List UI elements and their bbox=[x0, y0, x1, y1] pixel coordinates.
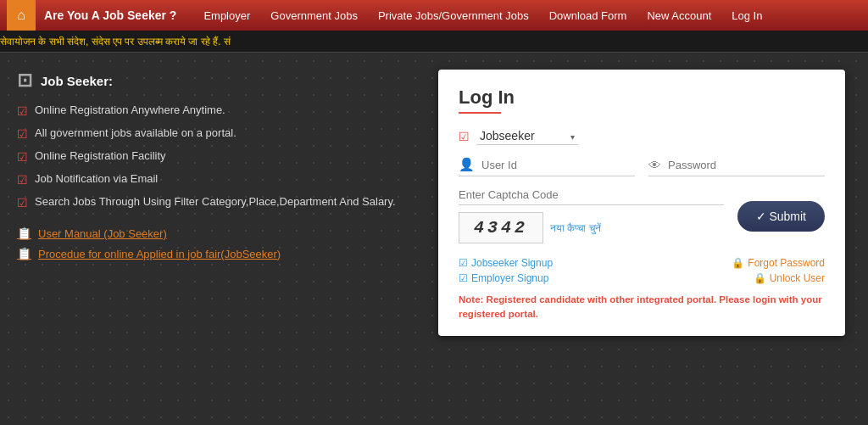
captcha-display: 4342 bbox=[459, 212, 543, 243]
jobseeker-signup-link[interactable]: ☑ Jobseeker Signup bbox=[459, 257, 553, 269]
password-input[interactable] bbox=[668, 159, 825, 171]
nav-new-account[interactable]: New Account bbox=[647, 9, 711, 22]
employer-signup-label: Employer Signup bbox=[471, 272, 548, 284]
nav-tagline: Are You A Job Seeker ? bbox=[44, 8, 176, 22]
job-seeker-header: ⊡ Job Seeker: bbox=[17, 70, 415, 92]
nav-download-form[interactable]: Download Form bbox=[549, 9, 627, 22]
forgot-password-link[interactable]: 🔒 Forgot Password bbox=[732, 257, 825, 269]
login-underline bbox=[459, 112, 501, 114]
job-seeker-label: Job Seeker: bbox=[41, 74, 113, 88]
check-icon-5: ☑ bbox=[17, 196, 28, 210]
feature-text-3: Online Registration Facility bbox=[35, 149, 166, 162]
check-icon-1: ☑ bbox=[17, 104, 28, 118]
unlock-user-label: Unlock User bbox=[770, 272, 825, 284]
marquee-bar: सेवायोजन के सभी संदेश, संदेस एप पर उपलब्… bbox=[0, 31, 868, 53]
job-fair-label: Procedue for online Applied in job fair(… bbox=[38, 248, 281, 260]
main-content: ⊡ Job Seeker: ☑ Online Registration Anyw… bbox=[0, 53, 868, 425]
feature-text-1: Online Registration Anywhere Anytime. bbox=[35, 103, 225, 116]
bottom-right: 🔒 Forgot Password 🔒 Unlock User bbox=[732, 257, 825, 284]
nav-log-in[interactable]: Log In bbox=[732, 9, 762, 22]
submit-button[interactable]: ✓ Submit bbox=[737, 201, 825, 232]
feature-text-5: Search Jobs Through Using Filter Categor… bbox=[35, 195, 396, 208]
bottom-left: ☑ Jobseeker Signup ☑ Employer Signup bbox=[459, 257, 553, 284]
captcha-left: 4342 नया कैप्चा चुनें bbox=[459, 188, 724, 243]
refresh-captcha-link[interactable]: नया कैप्चा चुनें bbox=[550, 222, 601, 234]
note-text: Note: Registered candidate with other in… bbox=[459, 293, 825, 322]
feature-item-4: ☑ Job Notification via Email bbox=[17, 172, 415, 187]
job-seeker-icon: ⊡ bbox=[17, 70, 32, 92]
userid-field-wrap: 👤 bbox=[459, 157, 635, 176]
marquee-text: सेवायोजन के सभी संदेश, संदेस एप पर उपलब्… bbox=[0, 36, 231, 48]
captcha-input-wrap bbox=[459, 188, 724, 205]
signup-icon-1: ☑ bbox=[459, 257, 468, 269]
user-icon: 👤 bbox=[459, 157, 475, 172]
feature-item-1: ☑ Online Registration Anywhere Anytime. bbox=[17, 103, 415, 118]
nav-gov-jobs[interactable]: Government Jobs bbox=[270, 9, 358, 22]
feature-text-4: Job Notification via Email bbox=[35, 172, 158, 185]
lock-icon: 🔒 bbox=[732, 257, 744, 269]
employer-signup-link[interactable]: ☑ Employer Signup bbox=[459, 272, 553, 284]
jobseeker-signup-label: Jobseeker Signup bbox=[471, 257, 553, 269]
user-manual-link[interactable]: 📋 User Manual (Job Seeker) bbox=[17, 226, 415, 240]
unlock-icon: 🔒 bbox=[754, 272, 766, 284]
user-manual-label: User Manual (Job Seeker) bbox=[38, 227, 167, 240]
password-field-wrap: 👁 bbox=[648, 157, 825, 176]
credentials-row: 👤 👁 bbox=[459, 157, 825, 176]
unlock-user-link[interactable]: 🔒 Unlock User bbox=[732, 272, 825, 284]
right-panel: Log In ☑ Jobseeker Employer ▾ 👤 bbox=[432, 53, 868, 425]
bottom-links: ☑ Jobseeker Signup ☑ Employer Signup 🔒 F… bbox=[459, 257, 825, 284]
feature-text-2: All government jobs available on a porta… bbox=[35, 126, 236, 139]
user-type-select-wrapper[interactable]: Jobseeker Employer ▾ bbox=[476, 127, 578, 145]
check-icon-2: ☑ bbox=[17, 127, 28, 141]
captcha-image-row: 4342 नया कैप्चा चुनें bbox=[459, 212, 724, 243]
nav-employer[interactable]: Employer bbox=[203, 9, 250, 22]
captcha-row: 4342 नया कैप्चा चुनें ✓ Submit bbox=[459, 188, 825, 243]
check-icon-4: ☑ bbox=[17, 173, 28, 187]
note-label: Note: Registered candidate with other in… bbox=[459, 294, 822, 319]
login-card: Log In ☑ Jobseeker Employer ▾ 👤 bbox=[438, 70, 845, 336]
captcha-input[interactable] bbox=[459, 188, 724, 201]
login-title: Log In bbox=[459, 87, 825, 109]
userid-input[interactable] bbox=[481, 159, 635, 171]
home-button[interactable]: ⌂ bbox=[7, 0, 36, 31]
link-section: 📋 User Manual (Job Seeker) 📋 Procedue fo… bbox=[17, 226, 415, 260]
job-fair-link[interactable]: 📋 Procedue for online Applied in job fai… bbox=[17, 247, 415, 260]
feature-item-3: ☑ Online Registration Facility bbox=[17, 149, 415, 164]
feature-item-5: ☑ Search Jobs Through Using Filter Categ… bbox=[17, 195, 415, 210]
check-icon-3: ☑ bbox=[17, 150, 28, 164]
forgot-password-label: Forgot Password bbox=[748, 257, 825, 269]
home-icon: ⌂ bbox=[17, 8, 25, 23]
user-type-row: ☑ Jobseeker Employer ▾ bbox=[459, 127, 825, 145]
signup-icon-2: ☑ bbox=[459, 272, 468, 284]
user-type-check-icon: ☑ bbox=[459, 130, 470, 143]
job-fair-icon: 📋 bbox=[17, 247, 31, 260]
user-type-select[interactable]: Jobseeker Employer bbox=[476, 127, 578, 145]
manual-icon: 📋 bbox=[17, 226, 31, 240]
left-panel: ⊡ Job Seeker: ☑ Online Registration Anyw… bbox=[0, 53, 432, 425]
eye-icon: 👁 bbox=[648, 158, 661, 172]
nav-private-jobs[interactable]: Private Jobs/Government Jobs bbox=[378, 9, 529, 22]
navbar: ⌂ Are You A Job Seeker ? Employer Govern… bbox=[0, 0, 868, 31]
feature-item-2: ☑ All government jobs available on a por… bbox=[17, 126, 415, 141]
